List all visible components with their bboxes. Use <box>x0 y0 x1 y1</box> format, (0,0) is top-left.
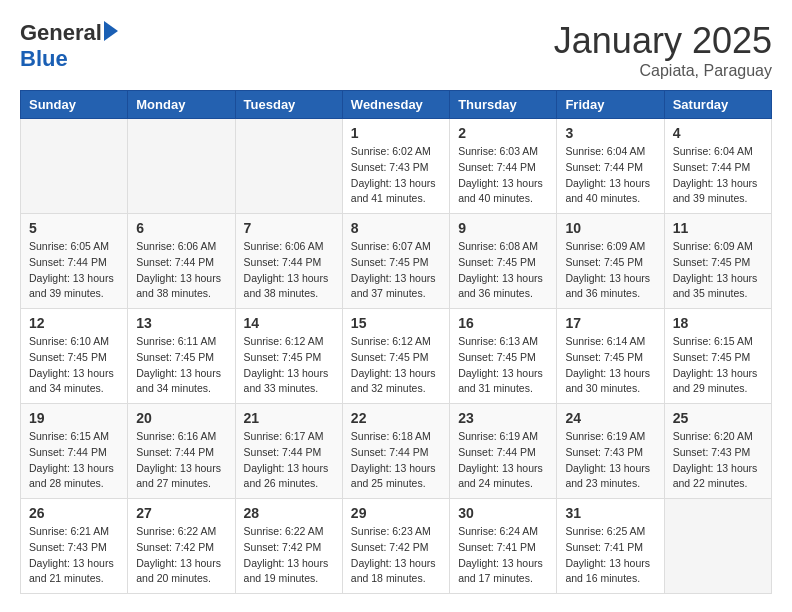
day-number: 13 <box>136 315 226 331</box>
day-number: 8 <box>351 220 441 236</box>
day-number: 15 <box>351 315 441 331</box>
day-number: 10 <box>565 220 655 236</box>
day-number: 5 <box>29 220 119 236</box>
day-number: 24 <box>565 410 655 426</box>
day-info: Sunrise: 6:18 AMSunset: 7:44 PMDaylight:… <box>351 429 441 492</box>
day-info: Sunrise: 6:16 AMSunset: 7:44 PMDaylight:… <box>136 429 226 492</box>
day-info: Sunrise: 6:08 AMSunset: 7:45 PMDaylight:… <box>458 239 548 302</box>
calendar-cell: 15Sunrise: 6:12 AMSunset: 7:45 PMDayligh… <box>342 309 449 404</box>
calendar-week-row: 19Sunrise: 6:15 AMSunset: 7:44 PMDayligh… <box>21 404 772 499</box>
calendar-cell: 17Sunrise: 6:14 AMSunset: 7:45 PMDayligh… <box>557 309 664 404</box>
day-info: Sunrise: 6:13 AMSunset: 7:45 PMDaylight:… <box>458 334 548 397</box>
calendar-cell: 6Sunrise: 6:06 AMSunset: 7:44 PMDaylight… <box>128 214 235 309</box>
calendar-cell: 24Sunrise: 6:19 AMSunset: 7:43 PMDayligh… <box>557 404 664 499</box>
day-info: Sunrise: 6:24 AMSunset: 7:41 PMDaylight:… <box>458 524 548 587</box>
calendar-cell: 28Sunrise: 6:22 AMSunset: 7:42 PMDayligh… <box>235 499 342 594</box>
day-number: 23 <box>458 410 548 426</box>
weekday-header-thursday: Thursday <box>450 91 557 119</box>
day-info: Sunrise: 6:03 AMSunset: 7:44 PMDaylight:… <box>458 144 548 207</box>
calendar-cell: 11Sunrise: 6:09 AMSunset: 7:45 PMDayligh… <box>664 214 771 309</box>
weekday-header-saturday: Saturday <box>664 91 771 119</box>
calendar-cell <box>235 119 342 214</box>
day-number: 2 <box>458 125 548 141</box>
calendar-week-row: 12Sunrise: 6:10 AMSunset: 7:45 PMDayligh… <box>21 309 772 404</box>
weekday-header-monday: Monday <box>128 91 235 119</box>
logo-arrow-icon <box>104 21 118 41</box>
day-number: 9 <box>458 220 548 236</box>
day-number: 27 <box>136 505 226 521</box>
day-number: 7 <box>244 220 334 236</box>
location-subtitle: Capiata, Paraguay <box>554 62 772 80</box>
calendar-cell <box>21 119 128 214</box>
day-number: 25 <box>673 410 763 426</box>
calendar-cell: 3Sunrise: 6:04 AMSunset: 7:44 PMDaylight… <box>557 119 664 214</box>
day-number: 6 <box>136 220 226 236</box>
calendar-cell: 7Sunrise: 6:06 AMSunset: 7:44 PMDaylight… <box>235 214 342 309</box>
day-number: 11 <box>673 220 763 236</box>
logo: General Blue <box>20 20 118 72</box>
day-info: Sunrise: 6:25 AMSunset: 7:41 PMDaylight:… <box>565 524 655 587</box>
day-number: 16 <box>458 315 548 331</box>
day-number: 18 <box>673 315 763 331</box>
calendar-cell <box>128 119 235 214</box>
day-info: Sunrise: 6:19 AMSunset: 7:43 PMDaylight:… <box>565 429 655 492</box>
day-info: Sunrise: 6:22 AMSunset: 7:42 PMDaylight:… <box>244 524 334 587</box>
calendar-cell: 22Sunrise: 6:18 AMSunset: 7:44 PMDayligh… <box>342 404 449 499</box>
day-number: 26 <box>29 505 119 521</box>
calendar-header-row: SundayMondayTuesdayWednesdayThursdayFrid… <box>21 91 772 119</box>
calendar-week-row: 5Sunrise: 6:05 AMSunset: 7:44 PMDaylight… <box>21 214 772 309</box>
day-number: 14 <box>244 315 334 331</box>
day-info: Sunrise: 6:20 AMSunset: 7:43 PMDaylight:… <box>673 429 763 492</box>
day-number: 30 <box>458 505 548 521</box>
calendar-cell: 18Sunrise: 6:15 AMSunset: 7:45 PMDayligh… <box>664 309 771 404</box>
calendar-cell: 8Sunrise: 6:07 AMSunset: 7:45 PMDaylight… <box>342 214 449 309</box>
weekday-header-tuesday: Tuesday <box>235 91 342 119</box>
weekday-header-wednesday: Wednesday <box>342 91 449 119</box>
day-info: Sunrise: 6:07 AMSunset: 7:45 PMDaylight:… <box>351 239 441 302</box>
day-info: Sunrise: 6:06 AMSunset: 7:44 PMDaylight:… <box>136 239 226 302</box>
calendar-cell: 25Sunrise: 6:20 AMSunset: 7:43 PMDayligh… <box>664 404 771 499</box>
day-number: 20 <box>136 410 226 426</box>
calendar-week-row: 26Sunrise: 6:21 AMSunset: 7:43 PMDayligh… <box>21 499 772 594</box>
day-info: Sunrise: 6:14 AMSunset: 7:45 PMDaylight:… <box>565 334 655 397</box>
day-number: 28 <box>244 505 334 521</box>
day-info: Sunrise: 6:02 AMSunset: 7:43 PMDaylight:… <box>351 144 441 207</box>
calendar-cell: 13Sunrise: 6:11 AMSunset: 7:45 PMDayligh… <box>128 309 235 404</box>
day-number: 29 <box>351 505 441 521</box>
calendar-cell: 9Sunrise: 6:08 AMSunset: 7:45 PMDaylight… <box>450 214 557 309</box>
calendar-cell: 5Sunrise: 6:05 AMSunset: 7:44 PMDaylight… <box>21 214 128 309</box>
day-info: Sunrise: 6:05 AMSunset: 7:44 PMDaylight:… <box>29 239 119 302</box>
calendar-cell: 16Sunrise: 6:13 AMSunset: 7:45 PMDayligh… <box>450 309 557 404</box>
calendar-cell: 27Sunrise: 6:22 AMSunset: 7:42 PMDayligh… <box>128 499 235 594</box>
title-block: January 2025 Capiata, Paraguay <box>554 20 772 80</box>
calendar-cell: 20Sunrise: 6:16 AMSunset: 7:44 PMDayligh… <box>128 404 235 499</box>
calendar-cell: 4Sunrise: 6:04 AMSunset: 7:44 PMDaylight… <box>664 119 771 214</box>
weekday-header-friday: Friday <box>557 91 664 119</box>
day-number: 17 <box>565 315 655 331</box>
day-number: 1 <box>351 125 441 141</box>
calendar-cell: 26Sunrise: 6:21 AMSunset: 7:43 PMDayligh… <box>21 499 128 594</box>
page-header: General Blue January 2025 Capiata, Parag… <box>20 20 772 80</box>
day-info: Sunrise: 6:04 AMSunset: 7:44 PMDaylight:… <box>565 144 655 207</box>
calendar-cell: 31Sunrise: 6:25 AMSunset: 7:41 PMDayligh… <box>557 499 664 594</box>
day-number: 22 <box>351 410 441 426</box>
logo-general-text: General <box>20 20 102 46</box>
day-number: 4 <box>673 125 763 141</box>
day-info: Sunrise: 6:21 AMSunset: 7:43 PMDaylight:… <box>29 524 119 587</box>
day-info: Sunrise: 6:12 AMSunset: 7:45 PMDaylight:… <box>351 334 441 397</box>
day-number: 12 <box>29 315 119 331</box>
day-info: Sunrise: 6:22 AMSunset: 7:42 PMDaylight:… <box>136 524 226 587</box>
calendar-cell: 19Sunrise: 6:15 AMSunset: 7:44 PMDayligh… <box>21 404 128 499</box>
calendar-cell <box>664 499 771 594</box>
calendar-cell: 2Sunrise: 6:03 AMSunset: 7:44 PMDaylight… <box>450 119 557 214</box>
calendar-cell: 21Sunrise: 6:17 AMSunset: 7:44 PMDayligh… <box>235 404 342 499</box>
day-info: Sunrise: 6:15 AMSunset: 7:45 PMDaylight:… <box>673 334 763 397</box>
day-info: Sunrise: 6:12 AMSunset: 7:45 PMDaylight:… <box>244 334 334 397</box>
calendar-cell: 12Sunrise: 6:10 AMSunset: 7:45 PMDayligh… <box>21 309 128 404</box>
day-info: Sunrise: 6:06 AMSunset: 7:44 PMDaylight:… <box>244 239 334 302</box>
day-info: Sunrise: 6:10 AMSunset: 7:45 PMDaylight:… <box>29 334 119 397</box>
calendar-cell: 23Sunrise: 6:19 AMSunset: 7:44 PMDayligh… <box>450 404 557 499</box>
day-info: Sunrise: 6:04 AMSunset: 7:44 PMDaylight:… <box>673 144 763 207</box>
calendar-cell: 30Sunrise: 6:24 AMSunset: 7:41 PMDayligh… <box>450 499 557 594</box>
day-info: Sunrise: 6:19 AMSunset: 7:44 PMDaylight:… <box>458 429 548 492</box>
